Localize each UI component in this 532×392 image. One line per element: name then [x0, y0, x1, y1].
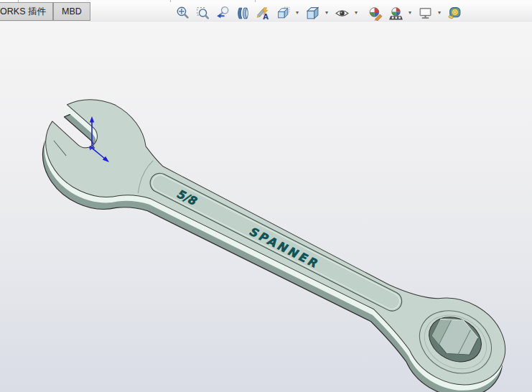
view-settings-dropdown[interactable]: ▾: [435, 5, 443, 21]
previous-view-button[interactable]: [214, 4, 232, 22]
measure-button[interactable]: [446, 4, 464, 22]
view-orientation-icon: [276, 6, 291, 21]
display-style-button[interactable]: [304, 4, 322, 22]
tab-label: WORKS 插件: [0, 6, 46, 18]
view-orientation-dropdown[interactable]: ▾: [293, 5, 301, 21]
zoom-to-area-button[interactable]: [194, 4, 212, 22]
apply-scene-dropdown[interactable]: ▾: [406, 5, 414, 21]
tab-mbd[interactable]: MBD: [53, 2, 90, 21]
edit-appearance-icon: [368, 6, 383, 21]
hide-show-items-icon: [335, 6, 350, 21]
zoom-to-fit-button[interactable]: [174, 4, 192, 22]
section-view-icon: [235, 6, 251, 21]
measure-icon: [447, 6, 462, 21]
spanner-model[interactable]: 5/8 SPANNER: [22, 83, 530, 392]
view-orientation-button[interactable]: [274, 4, 292, 22]
commandmanager-tab-row: WORKS 插件 MBD: [0, 2, 532, 22]
tab-solidworks-addins[interactable]: WORKS 插件: [0, 2, 53, 21]
svg-text:A: A: [263, 12, 269, 20]
heads-up-view-toolbar: A ▾ ▾: [172, 4, 465, 22]
view-settings-icon: [418, 6, 433, 21]
view-settings-button[interactable]: [416, 4, 434, 22]
dynamic-annotation-views-icon: A: [256, 6, 271, 21]
solidworks-window: WORKS 插件 MBD: [0, 0, 532, 392]
apply-scene-icon: [388, 6, 403, 21]
display-style-icon: [305, 6, 320, 21]
section-view-button[interactable]: [234, 4, 252, 22]
dynamic-annotation-views-button[interactable]: A: [254, 4, 272, 22]
zoom-to-fit-icon: [175, 6, 190, 21]
graphics-area[interactable]: 5/8 SPANNER: [0, 22, 532, 392]
edit-appearance-button[interactable]: [367, 4, 385, 22]
hide-show-items-button[interactable]: [333, 4, 351, 22]
zoom-to-area-icon: [195, 6, 210, 21]
tab-label: MBD: [62, 6, 82, 17]
hide-show-items-dropdown[interactable]: ▾: [352, 5, 360, 21]
apply-scene-button[interactable]: [387, 4, 405, 22]
display-style-dropdown[interactable]: ▾: [322, 5, 330, 21]
previous-view-icon: [215, 6, 230, 21]
